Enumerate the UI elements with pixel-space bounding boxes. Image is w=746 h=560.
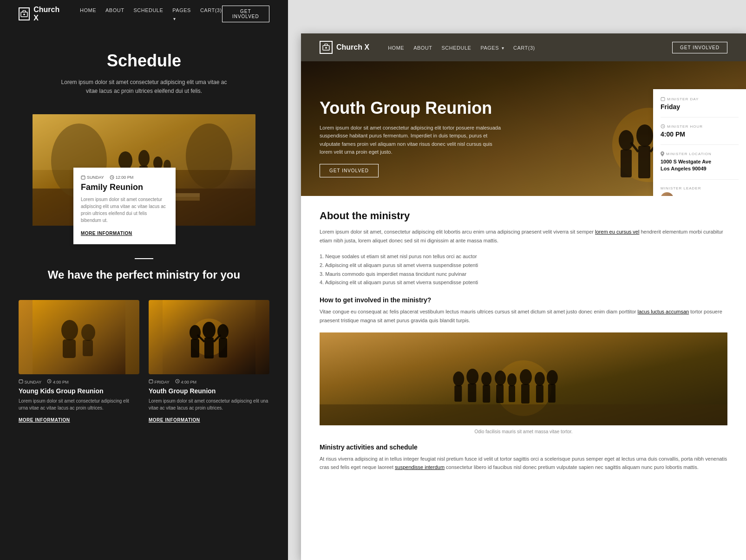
minister-day-item: MINISTER DAY Friday (661, 97, 739, 117)
right-nav-links: HOME ABOUT SCHEDULE PAGES ▾ CART(3) (388, 43, 672, 52)
nav-pages[interactable]: PAGES ▾ (172, 6, 191, 22)
left-hero: Schedule Lorem ipsum dolor sit amet cons… (0, 28, 288, 105)
ministry-card-kids: SUNDAY 4:00 PM Young Kids Group Reunion … (19, 300, 139, 423)
svg-line-50 (177, 381, 178, 382)
left-nav-links: HOME ABOUT SCHEDULE PAGES ▾ CART(3) (80, 6, 222, 22)
kids-more-link[interactable]: MORE INFORMATION (19, 417, 70, 423)
left-navigation: Church X HOME ABOUT SCHEDULE PAGES ▾ CAR… (0, 0, 288, 28)
youth-clock-icon (175, 379, 180, 384)
content-image-svg (320, 332, 727, 425)
left-get-involved-button[interactable]: GET INVOLVED (222, 6, 269, 22)
minister-location-value: 1000 S Westgate AveLos Angeles 90049 (661, 158, 739, 173)
event-card-description: Lorem ipsum dolor sit amet consectetur a… (81, 196, 168, 224)
lorem-link[interactable]: lorem eu cursus vel (595, 229, 639, 234)
event-card: SUNDAY 12:00 PM Family Reunion Lorem ips… (73, 168, 176, 244)
right-nav-schedule[interactable]: SCHEDULE (442, 43, 471, 52)
kids-day: SUNDAY (19, 379, 41, 384)
youth-image (149, 300, 269, 374)
right-hero-description: Lorem ipsum dolor sit amet consectetur a… (320, 124, 505, 156)
ministry-cards: SUNDAY 4:00 PM Young Kids Group Reunion … (0, 291, 288, 433)
svg-rect-70 (661, 98, 665, 101)
svg-rect-57 (621, 150, 632, 177)
svg-point-8 (118, 151, 132, 170)
kids-calendar-icon (19, 379, 23, 384)
nav-cart-link: CART(3) (200, 7, 222, 13)
svg-rect-26 (63, 339, 76, 358)
svg-point-88 (520, 369, 532, 385)
right-nav-home-link: HOME (388, 45, 404, 51)
right-nav-cart[interactable]: CART(3) (513, 43, 535, 52)
ministry-card-youth: FRIDAY 4:00 PM Youth Group Reunion Lorem… (149, 300, 269, 423)
svg-point-56 (619, 130, 634, 150)
right-hero: Youth Group Reunion Lorem ipsum dolor si… (301, 61, 746, 196)
svg-rect-38 (191, 339, 199, 358)
kids-image (19, 300, 139, 374)
svg-rect-40 (204, 338, 214, 358)
right-nav-about-link: ABOUT (413, 45, 432, 51)
right-nav-pages[interactable]: PAGES ▾ (480, 43, 504, 52)
about-text: Lorem ipsum dolor sit amet, consectetur … (320, 228, 727, 245)
svg-point-7 (186, 124, 232, 189)
svg-rect-42 (219, 338, 227, 358)
minister-leader-info: John Carter (661, 192, 739, 196)
kids-card-description: Lorem ipsum dolor sit amet consectetur a… (19, 397, 139, 411)
svg-rect-85 (496, 384, 504, 403)
content-area: About the ministry Lorem ipsum dolor sit… (301, 196, 746, 486)
svg-point-84 (495, 371, 506, 385)
svg-rect-29 (19, 380, 23, 383)
svg-point-82 (481, 372, 491, 386)
right-get-involved-button[interactable]: GET INVOLVED (672, 42, 727, 53)
kids-image-svg (19, 300, 139, 374)
right-nav-home[interactable]: HOME (388, 43, 404, 52)
minister-leader-item: MINISTER LEADER John Carter (661, 186, 739, 196)
event-card-title: Family Reunion (81, 182, 168, 192)
youth-time: 4:00 PM (175, 379, 196, 384)
divider-line (135, 258, 153, 259)
minister-hour-value: 4:00 PM (661, 130, 739, 138)
svg-rect-91 (536, 384, 543, 402)
lacus-link[interactable]: lacus luctus accumsan (638, 309, 689, 314)
event-card-more-link[interactable]: MORE INFORMATION (81, 231, 132, 236)
right-hero-title: Youth Group Reunion (320, 98, 505, 118)
svg-rect-45 (149, 380, 153, 383)
left-logo[interactable]: Church X (19, 6, 61, 22)
ministry-activities-text: At risus viverra adipiscing at in tellus… (320, 455, 727, 472)
minister-day-value: Friday (661, 103, 739, 111)
nav-about[interactable]: ABOUT (105, 6, 124, 22)
kids-card-title: Young Kids Group Reunion (19, 387, 139, 395)
event-card-meta: SUNDAY 12:00 PM (81, 175, 168, 180)
svg-rect-81 (468, 383, 476, 402)
how-to-title: How to get involved in the ministry? (320, 296, 727, 304)
content-image (320, 332, 727, 425)
suspendisse-link[interactable]: suspendisse interdum (395, 464, 445, 470)
minister-hour-clock-icon (661, 124, 665, 129)
right-panel: Church X HOME ABOUT SCHEDULE PAGES ▾ CAR… (301, 33, 746, 560)
left-logo-icon (19, 7, 30, 20)
youth-card-meta: FRIDAY 4:00 PM (149, 379, 269, 384)
event-day: SUNDAY (81, 175, 104, 180)
minister-hour-item: MINISTER HOUR 4:00 PM (661, 124, 739, 145)
nav-home[interactable]: HOME (80, 6, 96, 22)
youth-card-description: Lorem ipsum dolor sit amet consectetur a… (149, 397, 269, 411)
svg-rect-89 (521, 384, 530, 403)
minister-leader-label: MINISTER LEADER (661, 186, 739, 190)
svg-point-78 (453, 371, 464, 386)
right-logo-icon (320, 41, 333, 54)
youth-calendar-icon (149, 379, 153, 384)
svg-rect-83 (483, 384, 490, 402)
right-nav-about[interactable]: ABOUT (413, 43, 432, 52)
right-logo[interactable]: Church X (320, 41, 369, 54)
list-item: Adipiscing elit ut aliquam purus sit ame… (320, 261, 727, 270)
nav-schedule[interactable]: SCHEDULE (133, 6, 163, 22)
left-panel: Church X HOME ABOUT SCHEDULE PAGES ▾ CAR… (0, 0, 288, 560)
svg-rect-87 (509, 385, 515, 402)
nav-cart[interactable]: CART(3) (200, 6, 222, 22)
minister-location-icon (661, 151, 664, 156)
pages-dropdown-arrow: ▾ (173, 16, 176, 21)
youth-more-link[interactable]: MORE INFORMATION (149, 417, 200, 423)
how-to-text: Vitae congue eu consequat ac felis place… (320, 307, 727, 325)
hero-get-involved-button[interactable]: GET INVOLVED (320, 164, 379, 177)
svg-rect-59 (638, 146, 650, 178)
svg-line-23 (112, 177, 113, 178)
svg-point-92 (547, 370, 558, 385)
